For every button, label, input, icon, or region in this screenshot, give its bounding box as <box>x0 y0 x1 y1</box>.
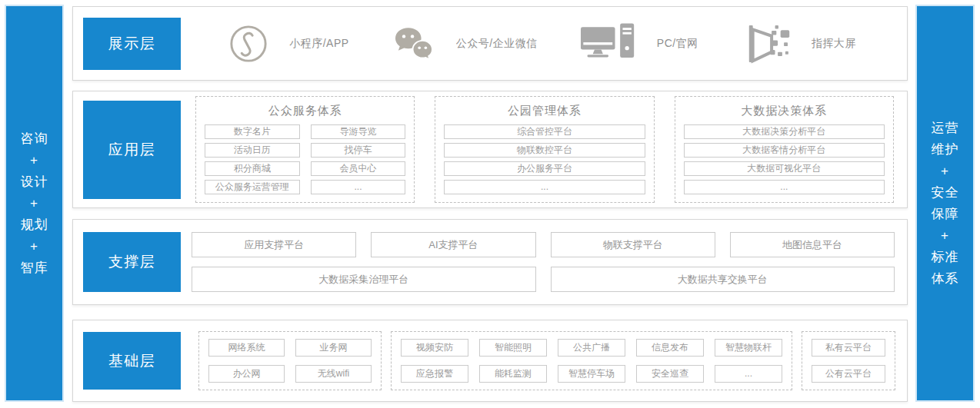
display-item-label: PC/官网 <box>657 37 698 51</box>
app-item: 大数据客情分析平台 <box>684 143 885 158</box>
display-item-label: 公众号/企业微信 <box>456 37 538 51</box>
app-item: 大数据可视化平台 <box>684 161 885 176</box>
foundation-item: 办公网 <box>208 365 285 383</box>
foundation-item: 智能照明 <box>479 339 547 357</box>
support-platform: 应用支撑平台 <box>192 232 356 257</box>
foundation-groups: 网络系统 业务网 办公网 无线wifi 视频安防 智能照明 公共广播 信息发布 … <box>181 331 907 390</box>
group-items: 综合管控平台 物联数控平台 办公服务平台 ... <box>444 124 645 194</box>
layer-label-support: 支撑层 <box>83 232 181 292</box>
display-item-bigscreen: 指挥大屏 <box>742 22 856 66</box>
layer-label-application: 应用层 <box>83 101 181 199</box>
miniprogram-icon <box>228 24 268 64</box>
foundation-item: 应急报警 <box>401 365 468 383</box>
layer-foundation: 基础层 网络系统 业务网 办公网 无线wifi 视频安防 智能照明 公共广播 信… <box>72 320 908 402</box>
app-item: 大数据决策分析平台 <box>684 124 885 139</box>
pc-icon <box>581 23 636 65</box>
app-group-public-service: 公众服务体系 数字名片 导游导览 活动日历 找停车 积分商城 会员中心 公众服务… <box>195 96 415 203</box>
app-item: 办公服务平台 <box>444 161 645 176</box>
foundation-item: 安全巡查 <box>636 365 704 383</box>
application-groups: 公众服务体系 数字名片 导游导览 活动日历 找停车 积分商城 会员中心 公众服务… <box>181 96 907 203</box>
left-sidebar-text: 咨询 + 设计 + 规划 + 智库 <box>21 128 48 279</box>
foundation-item: 信息发布 <box>636 339 704 357</box>
support-platform: 大数据采集治理平台 <box>192 267 536 292</box>
group-items: 视频安防 智能照明 公共广播 信息发布 智慧物联杆 应急报警 能耗监测 智慧停车… <box>401 339 782 383</box>
support-row-2: 大数据采集治理平台 大数据共享交换平台 <box>192 267 895 292</box>
app-item: 公众服务运营管理 <box>205 180 300 194</box>
app-item: 导游导览 <box>311 124 406 139</box>
layer-display: 展示层 小程序/APP <box>72 6 908 81</box>
display-item-pc: PC/官网 <box>581 23 698 65</box>
group-items: 网络系统 业务网 办公网 无线wifi <box>208 339 372 383</box>
app-item: 活动日历 <box>205 143 300 158</box>
foundation-item: 能耗监测 <box>479 365 547 383</box>
app-item: ... <box>444 180 645 194</box>
support-platforms: 应用支撑平台 AI支撑平台 物联支撑平台 地图信息平台 大数据采集治理平台 大数… <box>181 232 907 292</box>
foundation-item: 视频安防 <box>401 339 468 357</box>
display-item-label: 小程序/APP <box>289 37 348 51</box>
layer-label-foundation: 基础层 <box>83 332 181 390</box>
foundation-item: 业务网 <box>295 339 372 357</box>
app-item: 数字名片 <box>205 124 300 139</box>
app-group-bigdata-decision: 大数据决策体系 大数据决策分析平台 大数据客情分析平台 大数据可视化平台 ... <box>675 96 894 203</box>
foundation-item: 网络系统 <box>208 339 285 357</box>
right-sidebar: 运营 维护 + 安全 保障 + 标准 体系 <box>915 5 975 402</box>
support-platform: 大数据共享交换平台 <box>551 267 895 292</box>
wechat-icon <box>392 25 435 62</box>
foundation-item: 智慧停车场 <box>558 365 625 383</box>
group-items: 大数据决策分析平台 大数据客情分析平台 大数据可视化平台 ... <box>684 124 885 194</box>
right-sidebar-text: 运营 维护 + 安全 保障 + 标准 体系 <box>932 118 959 290</box>
left-sidebar: 咨询 + 设计 + 规划 + 智库 <box>5 5 64 402</box>
app-item: 综合管控平台 <box>444 124 645 139</box>
foundation-item: 公共广播 <box>558 339 625 357</box>
foundation-item: ... <box>715 365 782 383</box>
display-item-wechat: 公众号/企业微信 <box>392 25 538 62</box>
layer-support: 支撑层 应用支撑平台 AI支撑平台 物联支撑平台 地图信息平台 大数据采集治理平… <box>72 219 908 305</box>
foundation-group-cloud: 私有云平台 公有云平台 <box>802 331 895 390</box>
foundation-item: 智慧物联杆 <box>715 339 782 357</box>
foundation-group-network: 网络系统 业务网 办公网 无线wifi <box>198 331 382 390</box>
group-title: 公众服务体系 <box>205 104 405 118</box>
group-title: 公园管理体系 <box>444 104 645 118</box>
display-item-miniprogram: 小程序/APP <box>228 24 348 64</box>
app-item: ... <box>311 180 406 194</box>
display-item-label: 指挥大屏 <box>812 37 856 51</box>
display-items: 小程序/APP 公众号/企业微信 <box>181 22 907 66</box>
foundation-group-iot: 视频安防 智能照明 公共广播 信息发布 智慧物联杆 应急报警 能耗监测 智慧停车… <box>391 331 792 390</box>
app-item: 物联数控平台 <box>444 143 645 158</box>
support-platform: 地图信息平台 <box>730 232 895 257</box>
app-item: ... <box>684 180 885 194</box>
support-row-1: 应用支撑平台 AI支撑平台 物联支撑平台 地图信息平台 <box>192 232 895 257</box>
architecture-diagram: 咨询 + 设计 + 规划 + 智库 展示层 小程序/APP <box>0 0 980 408</box>
support-platform: 物联支撑平台 <box>551 232 715 257</box>
app-item: 找停车 <box>311 143 406 158</box>
foundation-item: 公有云平台 <box>812 365 885 383</box>
foundation-item: 私有云平台 <box>812 339 885 357</box>
command-screen-icon <box>742 22 791 66</box>
foundation-item: 无线wifi <box>295 365 372 383</box>
group-items: 数字名片 导游导览 活动日历 找停车 积分商城 会员中心 公众服务运营管理 ..… <box>205 124 405 194</box>
app-item: 积分商城 <box>205 161 300 176</box>
group-title: 大数据决策体系 <box>684 104 885 118</box>
layer-application: 应用层 公众服务体系 数字名片 导游导览 活动日历 找停车 积分商城 会员中心 … <box>72 91 908 208</box>
support-platform: AI支撑平台 <box>371 232 535 257</box>
group-items: 私有云平台 公有云平台 <box>812 339 885 383</box>
app-item: 会员中心 <box>311 161 406 176</box>
layer-label-display: 展示层 <box>83 18 181 70</box>
app-group-park-management: 公园管理体系 综合管控平台 物联数控平台 办公服务平台 ... <box>435 96 654 203</box>
